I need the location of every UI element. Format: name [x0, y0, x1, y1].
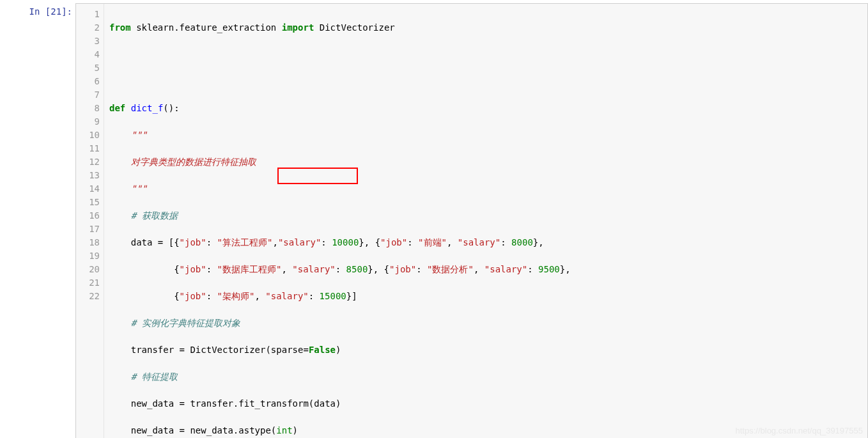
code-cell: In [21]: 1234567891011121314151617181920… — [0, 0, 868, 438]
code-content[interactable]: from sklearn.feature_extraction import D… — [104, 4, 867, 438]
code-input-area[interactable]: 12345678910111213141516171819202122 from… — [75, 3, 868, 438]
watermark: https://blog.csdn.net/qq_39197555 — [736, 426, 864, 435]
input-prompt: In [21]: — [0, 3, 75, 438]
line-number-gutter: 12345678910111213141516171819202122 — [76, 4, 104, 438]
